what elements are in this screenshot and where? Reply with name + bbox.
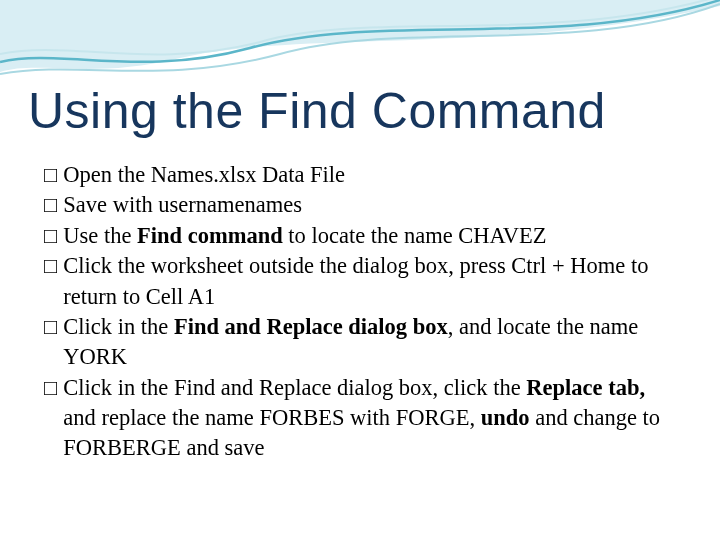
list-item: □ Open the Names.xlsx Data File — [44, 160, 676, 190]
bullet-box-icon: □ — [44, 221, 57, 251]
list-item-text: Open the Names.xlsx Data File — [63, 160, 676, 190]
bullet-box-icon: □ — [44, 373, 57, 403]
list-item: □ Save with usernamenames — [44, 190, 676, 220]
bullet-box-icon: □ — [44, 251, 57, 281]
list-item-text: Use the Find command to locate the name … — [63, 221, 676, 251]
list-item-text: Save with usernamenames — [63, 190, 676, 220]
list-item-text: Click in the Find and Replace dialog box… — [63, 312, 676, 373]
bullet-box-icon: □ — [44, 190, 57, 220]
bullet-box-icon: □ — [44, 312, 57, 342]
list-item-text: Click the worksheet outside the dialog b… — [63, 251, 676, 312]
list-item: □ Use the Find command to locate the nam… — [44, 221, 676, 251]
list-item: □ Click in the Find and Replace dialog b… — [44, 373, 676, 464]
list-item-text: Click in the Find and Replace dialog box… — [63, 373, 676, 464]
list-item: □ Click in the Find and Replace dialog b… — [44, 312, 676, 373]
bullet-list: □ Open the Names.xlsx Data File □ Save w… — [44, 160, 676, 464]
list-item: □ Click the worksheet outside the dialog… — [44, 251, 676, 312]
bullet-box-icon: □ — [44, 160, 57, 190]
slide-title: Using the Find Command — [28, 82, 606, 140]
